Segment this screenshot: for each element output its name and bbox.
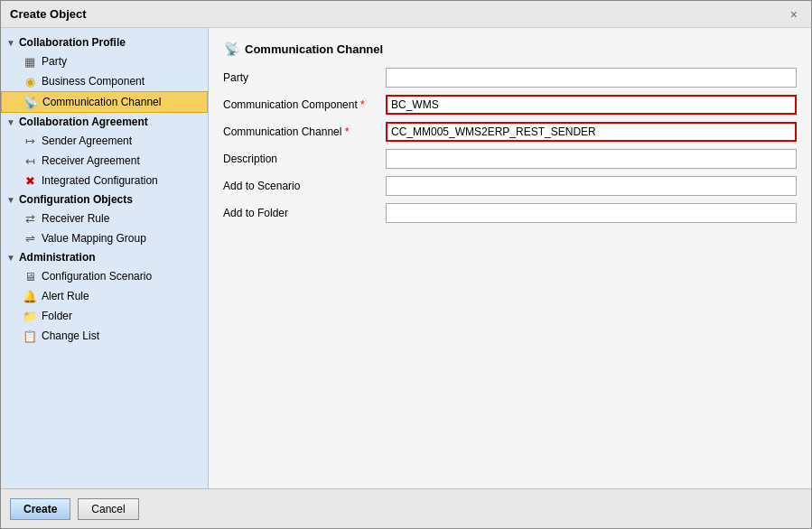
tree-item-change-list-label: Change List	[42, 329, 99, 342]
arrow-right-icon: ↦	[23, 134, 37, 148]
tree-item-integrated-configuration-label: Integrated Configuration	[42, 174, 158, 187]
tree-group-administration[interactable]: ▼ Administration	[1, 248, 208, 266]
label-add-to-folder: Add to Folder	[223, 207, 386, 219]
tree-item-value-mapping-group[interactable]: ⇌ Value Mapping Group	[1, 228, 208, 248]
label-communication-component: Communication Component *	[223, 98, 386, 111]
tree-item-receiver-agreement[interactable]: ↤ Receiver Agreement	[1, 151, 208, 171]
tree-group-config-objects[interactable]: ▼ Configuration Objects	[1, 190, 208, 209]
form-row-communication-component: Communication Component *	[223, 95, 797, 115]
input-communication-component[interactable]	[386, 95, 797, 115]
collapse-arrow-administration: ▼	[6, 253, 15, 263]
required-star-comm-component: *	[360, 98, 365, 111]
label-description: Description	[223, 153, 386, 165]
tree-item-integrated-configuration[interactable]: ✖ Integrated Configuration	[1, 171, 208, 190]
collapse-arrow-config-objects: ▼	[6, 195, 15, 205]
bell-icon: 🔔	[23, 289, 37, 303]
label-communication-channel: Communication Channel *	[223, 125, 386, 138]
cancel-button[interactable]: Cancel	[78, 498, 138, 520]
tree-item-party-label: Party	[42, 55, 67, 68]
arrow-left-icon: ↤	[23, 153, 37, 168]
create-button[interactable]: Create	[10, 498, 70, 520]
input-add-to-scenario[interactable]	[386, 176, 797, 196]
tree-item-alert-rule-label: Alert Rule	[42, 290, 89, 302]
tree-group-collab-profile[interactable]: ▼ Collaboration Profile	[1, 33, 208, 51]
create-object-dialog: Create Object × ▼ Collaboration Profile …	[0, 0, 812, 529]
form-row-add-to-folder: Add to Folder	[223, 203, 797, 223]
left-panel: ▼ Collaboration Profile ▦ Party ◉ Busine…	[1, 28, 209, 488]
input-add-to-folder[interactable]	[386, 203, 797, 223]
mapping-icon: ⇌	[23, 231, 37, 246]
tree-group-collab-profile-label: Collaboration Profile	[19, 36, 126, 49]
circle-icon: ◉	[23, 74, 37, 88]
label-party: Party	[223, 71, 386, 84]
dialog-body: ▼ Collaboration Profile ▦ Party ◉ Busine…	[1, 28, 811, 488]
tree-group-collab-agreement-label: Collaboration Agreement	[19, 116, 148, 128]
tree-item-value-mapping-group-label: Value Mapping Group	[42, 232, 146, 245]
tree-item-sender-agreement[interactable]: ↦ Sender Agreement	[1, 131, 208, 151]
form-row-description: Description	[223, 149, 797, 169]
grid-icon: ▦	[23, 54, 37, 69]
tree-item-change-list[interactable]: 📋 Change List	[1, 326, 208, 346]
form-row-add-to-scenario: Add to Scenario	[223, 176, 797, 196]
tree-item-folder-label: Folder	[42, 310, 72, 322]
input-party[interactable]	[386, 68, 797, 88]
input-description[interactable]	[386, 149, 797, 169]
tree-item-receiver-rule[interactable]: ⇄ Receiver Rule	[1, 209, 208, 228]
tree-item-business-component-label: Business Component	[42, 75, 145, 88]
section-header: 📡 Communication Channel	[223, 41, 797, 57]
tree-item-communication-channel-label: Communication Channel	[42, 96, 161, 108]
form-row-communication-channel: Communication Channel *	[223, 122, 797, 142]
right-panel: 📡 Communication Channel Party Communicat…	[209, 28, 811, 488]
tree-item-configuration-scenario[interactable]: 🖥 Configuration Scenario	[1, 266, 208, 286]
form-row-party: Party	[223, 68, 797, 88]
tree-group-config-objects-label: Configuration Objects	[19, 193, 133, 206]
cross-icon: ✖	[23, 173, 37, 188]
tree-item-sender-agreement-label: Sender Agreement	[42, 135, 132, 147]
tree-item-receiver-rule-label: Receiver Rule	[42, 212, 109, 225]
tree-item-configuration-scenario-label: Configuration Scenario	[42, 270, 152, 283]
dialog-footer: Create Cancel	[1, 488, 811, 528]
comm-channel-section-icon: 📡	[223, 41, 239, 57]
tree-group-collab-agreement[interactable]: ▼ Collaboration Agreement	[1, 113, 208, 131]
list-icon: 📋	[23, 329, 37, 343]
input-communication-channel[interactable]	[386, 122, 797, 142]
tree-item-business-component[interactable]: ◉ Business Component	[1, 71, 208, 91]
folder-icon: 📁	[23, 309, 37, 323]
tree-group-administration-label: Administration	[19, 251, 96, 264]
close-button[interactable]: ×	[786, 6, 802, 23]
rule-icon: ⇄	[23, 211, 37, 226]
tree-item-receiver-agreement-label: Receiver Agreement	[42, 154, 140, 167]
monitor-icon: 🖥	[23, 269, 37, 283]
tree-item-communication-channel[interactable]: 📡 Communication Channel	[1, 91, 208, 113]
section-title: Communication Channel	[245, 42, 383, 56]
collapse-arrow-collab-profile: ▼	[6, 38, 15, 48]
dialog-title-bar: Create Object ×	[1, 1, 811, 28]
label-add-to-scenario: Add to Scenario	[223, 180, 386, 192]
antenna-icon: 📡	[23, 95, 38, 109]
tree-item-alert-rule[interactable]: 🔔 Alert Rule	[1, 286, 208, 306]
dialog-title: Create Object	[10, 7, 87, 21]
required-star-comm-channel: *	[345, 125, 350, 138]
tree-item-party[interactable]: ▦ Party	[1, 51, 208, 71]
collapse-arrow-collab-agreement: ▼	[6, 117, 15, 127]
tree-item-folder[interactable]: 📁 Folder	[1, 306, 208, 326]
